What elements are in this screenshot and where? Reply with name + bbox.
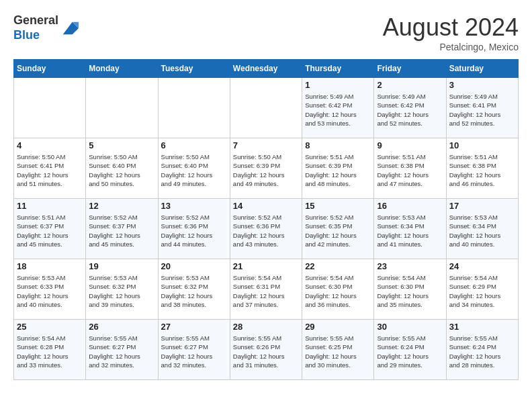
day-cell <box>86 78 158 138</box>
day-info: Sunrise: 5:49 AM Sunset: 6:42 PM Dayligh… <box>377 92 443 128</box>
day-info: Sunrise: 5:55 AM Sunset: 6:25 PM Dayligh… <box>305 334 371 369</box>
day-number: 13 <box>161 201 227 211</box>
day-cell: 21Sunrise: 5:54 AM Sunset: 6:31 PM Dayli… <box>230 259 302 320</box>
header-cell-sunday: Sunday <box>14 60 86 78</box>
day-number: 1 <box>305 80 371 90</box>
day-number: 22 <box>305 261 371 271</box>
day-info: Sunrise: 5:53 AM Sunset: 6:34 PM Dayligh… <box>449 213 515 248</box>
day-cell: 29Sunrise: 5:55 AM Sunset: 6:25 PM Dayli… <box>302 320 374 380</box>
day-number: 26 <box>89 322 154 332</box>
location: Petalcingo, Mexico <box>383 42 519 52</box>
day-info: Sunrise: 5:55 AM Sunset: 6:24 PM Dayligh… <box>377 334 443 369</box>
header-cell-wednesday: Wednesday <box>230 60 302 78</box>
logo-icon <box>60 19 79 38</box>
day-info: Sunrise: 5:53 AM Sunset: 6:32 PM Dayligh… <box>89 273 154 309</box>
week-row-1: 1Sunrise: 5:49 AM Sunset: 6:42 PM Daylig… <box>14 78 519 138</box>
day-cell: 14Sunrise: 5:52 AM Sunset: 6:36 PM Dayli… <box>230 199 302 259</box>
day-number: 5 <box>89 140 154 150</box>
day-cell: 26Sunrise: 5:55 AM Sunset: 6:27 PM Dayli… <box>86 320 158 380</box>
day-number: 3 <box>449 80 515 90</box>
day-cell: 7Sunrise: 5:50 AM Sunset: 6:39 PM Daylig… <box>230 138 302 199</box>
day-number: 7 <box>233 140 299 150</box>
day-number: 31 <box>449 322 515 332</box>
day-number: 27 <box>161 322 227 332</box>
day-info: Sunrise: 5:55 AM Sunset: 6:27 PM Dayligh… <box>89 334 154 369</box>
day-info: Sunrise: 5:51 AM Sunset: 6:38 PM Dayligh… <box>377 152 443 188</box>
day-cell: 30Sunrise: 5:55 AM Sunset: 6:24 PM Dayli… <box>374 320 446 380</box>
day-cell: 16Sunrise: 5:53 AM Sunset: 6:34 PM Dayli… <box>374 199 446 259</box>
day-cell: 19Sunrise: 5:53 AM Sunset: 6:32 PM Dayli… <box>86 259 158 320</box>
day-info: Sunrise: 5:55 AM Sunset: 6:24 PM Dayligh… <box>449 334 515 369</box>
day-cell: 12Sunrise: 5:52 AM Sunset: 6:37 PM Dayli… <box>86 199 158 259</box>
day-cell: 27Sunrise: 5:55 AM Sunset: 6:27 PM Dayli… <box>158 320 230 380</box>
day-cell: 11Sunrise: 5:51 AM Sunset: 6:37 PM Dayli… <box>14 199 86 259</box>
day-number: 30 <box>377 322 443 332</box>
day-number: 11 <box>17 201 83 211</box>
page-header: General Blue August 2024 Petalcingo, Mex… <box>13 13 519 52</box>
day-cell: 31Sunrise: 5:55 AM Sunset: 6:24 PM Dayli… <box>446 320 518 380</box>
day-number: 21 <box>233 261 299 271</box>
day-info: Sunrise: 5:51 AM Sunset: 6:39 PM Dayligh… <box>305 152 371 188</box>
day-cell <box>158 78 230 138</box>
day-cell: 9Sunrise: 5:51 AM Sunset: 6:38 PM Daylig… <box>374 138 446 199</box>
calendar-header: SundayMondayTuesdayWednesdayThursdayFrid… <box>14 60 519 78</box>
day-number: 6 <box>161 140 227 150</box>
day-cell: 24Sunrise: 5:54 AM Sunset: 6:29 PM Dayli… <box>446 259 518 320</box>
day-number: 9 <box>377 140 443 150</box>
day-cell: 1Sunrise: 5:49 AM Sunset: 6:42 PM Daylig… <box>302 78 374 138</box>
day-cell: 28Sunrise: 5:55 AM Sunset: 6:26 PM Dayli… <box>230 320 302 380</box>
day-info: Sunrise: 5:54 AM Sunset: 6:31 PM Dayligh… <box>233 273 299 309</box>
day-number: 8 <box>305 140 371 150</box>
day-info: Sunrise: 5:53 AM Sunset: 6:34 PM Dayligh… <box>377 213 443 248</box>
day-info: Sunrise: 5:53 AM Sunset: 6:32 PM Dayligh… <box>161 273 227 309</box>
day-cell: 18Sunrise: 5:53 AM Sunset: 6:33 PM Dayli… <box>14 259 86 320</box>
day-cell: 5Sunrise: 5:50 AM Sunset: 6:40 PM Daylig… <box>86 138 158 199</box>
day-number: 14 <box>233 201 299 211</box>
day-number: 29 <box>305 322 371 332</box>
day-info: Sunrise: 5:52 AM Sunset: 6:35 PM Dayligh… <box>305 213 371 248</box>
week-row-5: 25Sunrise: 5:54 AM Sunset: 6:28 PM Dayli… <box>14 320 519 380</box>
day-number: 28 <box>233 322 299 332</box>
day-info: Sunrise: 5:55 AM Sunset: 6:26 PM Dayligh… <box>233 334 299 369</box>
header-cell-tuesday: Tuesday <box>158 60 230 78</box>
day-info: Sunrise: 5:54 AM Sunset: 6:29 PM Dayligh… <box>449 273 515 309</box>
title-block: August 2024 Petalcingo, Mexico <box>383 13 519 52</box>
day-number: 25 <box>17 322 83 332</box>
day-cell: 25Sunrise: 5:54 AM Sunset: 6:28 PM Dayli… <box>14 320 86 380</box>
day-info: Sunrise: 5:50 AM Sunset: 6:40 PM Dayligh… <box>89 152 154 188</box>
header-row: SundayMondayTuesdayWednesdayThursdayFrid… <box>14 60 519 78</box>
day-number: 23 <box>377 261 443 271</box>
week-row-2: 4Sunrise: 5:50 AM Sunset: 6:41 PM Daylig… <box>14 138 519 199</box>
logo-blue: Blue <box>13 28 40 42</box>
day-info: Sunrise: 5:55 AM Sunset: 6:27 PM Dayligh… <box>161 334 227 369</box>
day-cell: 6Sunrise: 5:50 AM Sunset: 6:40 PM Daylig… <box>158 138 230 199</box>
day-info: Sunrise: 5:51 AM Sunset: 6:38 PM Dayligh… <box>449 152 515 188</box>
day-cell: 3Sunrise: 5:49 AM Sunset: 6:41 PM Daylig… <box>446 78 518 138</box>
header-cell-monday: Monday <box>86 60 158 78</box>
day-info: Sunrise: 5:54 AM Sunset: 6:30 PM Dayligh… <box>305 273 371 309</box>
day-cell: 23Sunrise: 5:54 AM Sunset: 6:30 PM Dayli… <box>374 259 446 320</box>
day-number: 20 <box>161 261 227 271</box>
day-cell: 13Sunrise: 5:52 AM Sunset: 6:36 PM Dayli… <box>158 199 230 259</box>
day-number: 12 <box>89 201 154 211</box>
day-info: Sunrise: 5:51 AM Sunset: 6:37 PM Dayligh… <box>17 213 83 248</box>
day-cell <box>14 78 86 138</box>
day-info: Sunrise: 5:52 AM Sunset: 6:36 PM Dayligh… <box>233 213 299 248</box>
day-cell <box>230 78 302 138</box>
day-number: 17 <box>449 201 515 211</box>
day-number: 4 <box>17 140 83 150</box>
week-row-3: 11Sunrise: 5:51 AM Sunset: 6:37 PM Dayli… <box>14 199 519 259</box>
calendar-body: 1Sunrise: 5:49 AM Sunset: 6:42 PM Daylig… <box>14 78 519 380</box>
day-number: 15 <box>305 201 371 211</box>
day-info: Sunrise: 5:52 AM Sunset: 6:37 PM Dayligh… <box>89 213 154 248</box>
day-number: 19 <box>89 261 154 271</box>
day-number: 10 <box>449 140 515 150</box>
logo: General Blue <box>13 13 79 42</box>
day-info: Sunrise: 5:50 AM Sunset: 6:39 PM Dayligh… <box>233 152 299 188</box>
header-cell-thursday: Thursday <box>302 60 374 78</box>
day-cell: 15Sunrise: 5:52 AM Sunset: 6:35 PM Dayli… <box>302 199 374 259</box>
day-info: Sunrise: 5:53 AM Sunset: 6:33 PM Dayligh… <box>17 273 83 309</box>
day-number: 18 <box>17 261 83 271</box>
day-info: Sunrise: 5:54 AM Sunset: 6:28 PM Dayligh… <box>17 334 83 369</box>
calendar-table: SundayMondayTuesdayWednesdayThursdayFrid… <box>13 59 519 380</box>
